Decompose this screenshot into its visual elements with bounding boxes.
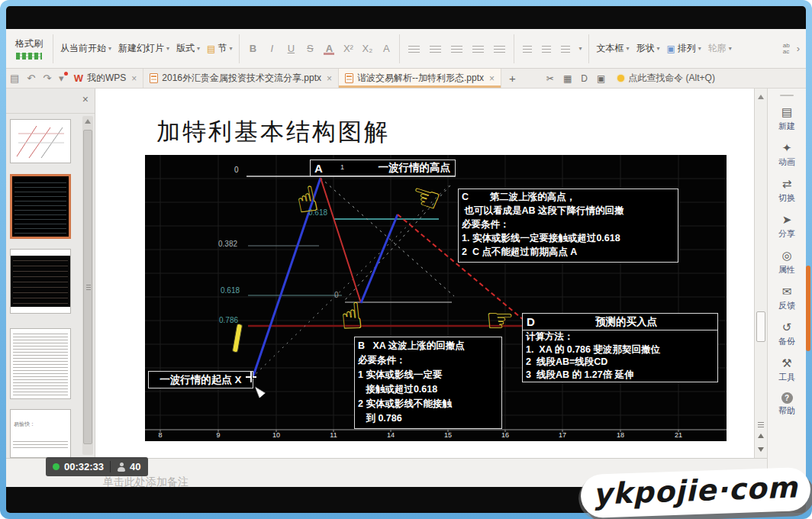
tab-my-wps[interactable]: W 我的WPS ×	[68, 69, 144, 88]
textbox-button[interactable]: 文本框▾	[596, 42, 629, 55]
scroll-up-icon[interactable]	[758, 95, 764, 99]
sidebar-collapse-handle[interactable]	[780, 95, 794, 96]
point-d-text: 预测的买入点	[595, 315, 657, 329]
bold-button[interactable]: B	[246, 43, 259, 54]
window-icon[interactable]: ▣	[597, 73, 605, 84]
scroll-up-icon[interactable]	[85, 119, 91, 124]
sidebar-item-backup[interactable]: ↺ 备份	[778, 321, 795, 347]
superscript-button[interactable]: X²	[342, 43, 354, 54]
slide-thumbnail-5[interactable]: 易愉快：	[10, 409, 71, 458]
tab-document-gartley[interactable]: 谐波交易解析--加特利形态.pptx ×	[339, 69, 501, 88]
ribbon-separator	[239, 34, 240, 63]
main-area: ×	[6, 89, 806, 458]
new-slide-button[interactable]: 新建幻灯片▾	[118, 42, 169, 55]
sidebar-item-label: 帮助	[778, 405, 795, 417]
clear-format-button[interactable]: A	[380, 43, 392, 54]
outline-button[interactable]: 轮廓▾	[708, 42, 732, 55]
shapes-button[interactable]: 形状▾	[636, 42, 659, 55]
replace-button[interactable]: abac	[783, 43, 790, 55]
sidebar-item-animation[interactable]: ✦ 动画	[778, 141, 795, 168]
callout-line: C 第二波上涨的高点，	[459, 190, 678, 204]
point-x-text: 一波行情的起点 X	[160, 373, 241, 387]
x-tick-label: 10	[272, 431, 280, 439]
sidebar-item-label: 属性	[778, 264, 795, 276]
align-right-icon[interactable]	[451, 44, 462, 53]
ppt-file-icon	[345, 73, 353, 83]
strikethrough-button[interactable]: S	[304, 43, 316, 54]
point-a-callout[interactable]: A 1 一波行情的高点	[310, 160, 456, 176]
task-pane-icon[interactable]: ▦	[563, 73, 572, 84]
slide-thumbnail-2-selected[interactable]	[10, 174, 71, 239]
sidebar-item-new[interactable]: ▤ 新建	[778, 105, 795, 132]
chevron-down-icon[interactable]: ▾	[578, 45, 582, 52]
sidebar-item-share[interactable]: ➤ 分享	[778, 213, 795, 240]
tab-close-icon[interactable]: ×	[325, 73, 332, 84]
redo-icon[interactable]: ↷	[39, 69, 55, 88]
thumbnail-scrollbar[interactable]	[82, 116, 93, 455]
arrange-icon: ▣	[666, 44, 675, 54]
font-color-button[interactable]: A	[323, 43, 335, 54]
previous-slide-button[interactable]	[758, 434, 764, 438]
align-left-icon[interactable]	[408, 44, 420, 53]
tab-label: 2016外汇贵金属投资技术交流分享.pptx	[162, 72, 321, 85]
tab-document-2016[interactable]: 2016外汇贵金属投资技术交流分享.pptx ×	[143, 69, 339, 88]
point-d-callout[interactable]: D 预测的买入点 计算方法： 1. XA 的 0.786 斐波那契回撤位 2 线…	[522, 313, 718, 382]
save-status-dropdown-icon[interactable]: ▾	[55, 69, 68, 88]
next-slide-button[interactable]	[758, 447, 764, 452]
tab-close-icon[interactable]: ×	[488, 73, 495, 84]
panel-close-icon[interactable]: ×	[82, 93, 89, 105]
sidebar-item-help[interactable]: ? 帮助	[778, 392, 795, 417]
layout-button[interactable]: 版式▾	[176, 42, 200, 55]
indent-increase-icon[interactable]	[561, 44, 570, 53]
undo-icon[interactable]: ↶	[23, 69, 39, 88]
new-tab-button[interactable]: +	[501, 69, 524, 88]
find-command-box[interactable]: 点此查找命令 (Alt+Q)	[617, 69, 715, 88]
slide-thumbnail-1[interactable]	[10, 119, 71, 163]
recording-badge: 00:32:33 40	[46, 457, 148, 476]
point-c-callout[interactable]: C 第二波上涨的高点， 也可以看成是AB 这段下降行情的回撤 必要条件： 1. …	[458, 189, 678, 263]
arrange-button[interactable]: ▣排列▾	[666, 42, 701, 55]
sidebar-item-transition[interactable]: ⇄ 切换	[778, 177, 795, 204]
point-b-callout[interactable]: B XA 这波上涨的回撤点 必要条件： 1 实体或影线一定要 接触或超过0.61…	[354, 337, 502, 429]
output-icon[interactable]: ▤	[6, 69, 23, 88]
point-x-callout[interactable]: 一波行情的起点 X	[148, 371, 253, 388]
share-icon: ➤	[782, 213, 792, 227]
slide-scrollbar[interactable]	[754, 89, 767, 463]
italic-button[interactable]: I	[266, 43, 278, 54]
sidebar-item-label: 动画	[778, 156, 795, 168]
sidebar-item-properties[interactable]: ◎ 属性	[778, 249, 795, 276]
underline-button[interactable]: U	[285, 43, 297, 54]
video-frame: 格式刷 从当前开始▾ 新建幻灯片▾ 版式▾ ▤节▾ B I U S A X² X…	[0, 0, 812, 519]
play-from-current-button[interactable]: 从当前开始▾	[60, 42, 111, 55]
subscript-button[interactable]: X₂	[361, 43, 373, 54]
sidebar-item-label: 备份	[778, 336, 795, 347]
slide-title[interactable]: 加特利基本结构图解	[156, 116, 390, 148]
skin-icon[interactable]: ✂	[546, 73, 554, 84]
slide-thumbnail-4[interactable]	[10, 328, 71, 399]
section-icon: ▤	[207, 44, 215, 54]
backup-icon: ↺	[782, 321, 792, 334]
align-center-icon[interactable]	[430, 44, 441, 53]
scrollbar-handle[interactable]	[756, 311, 765, 342]
docer-icon[interactable]: D	[581, 73, 588, 84]
thumbnail-text: 易愉快：	[11, 410, 70, 428]
callout-line: 1 实体或影线一定要	[355, 368, 501, 382]
feedback-icon: ✉	[782, 285, 792, 298]
distribute-icon[interactable]	[494, 44, 505, 53]
tab-close-icon[interactable]: ×	[130, 73, 137, 84]
line-spacing-icon[interactable]	[523, 44, 532, 53]
sidebar-item-tools[interactable]: ⚒ 工具	[778, 356, 795, 383]
scrollbar-handle[interactable]	[83, 130, 92, 444]
hand-pointer-up-icon: ☝	[339, 298, 365, 337]
gartley-chart[interactable]: 891011141516171821 0 0.382 0.618 0.786 0…	[145, 155, 727, 441]
indent-decrease-icon[interactable]	[542, 44, 551, 53]
x-tick-label: 18	[617, 431, 624, 439]
slide-canvas[interactable]: 加特利基本结构图解 891011141516171821 0 0.382 0.6…	[95, 89, 754, 458]
slide-thumbnail-3[interactable]	[10, 249, 71, 314]
slide-thumbnail-panel: ×	[6, 89, 95, 458]
sidebar-item-feedback[interactable]: ✉ 反馈	[778, 285, 795, 311]
format-painter-button[interactable]: 格式刷	[12, 36, 46, 61]
justify-icon[interactable]	[472, 44, 484, 53]
section-button[interactable]: ▤节▾	[207, 42, 232, 55]
ribbon-expand-icon[interactable]: ›	[797, 43, 800, 54]
